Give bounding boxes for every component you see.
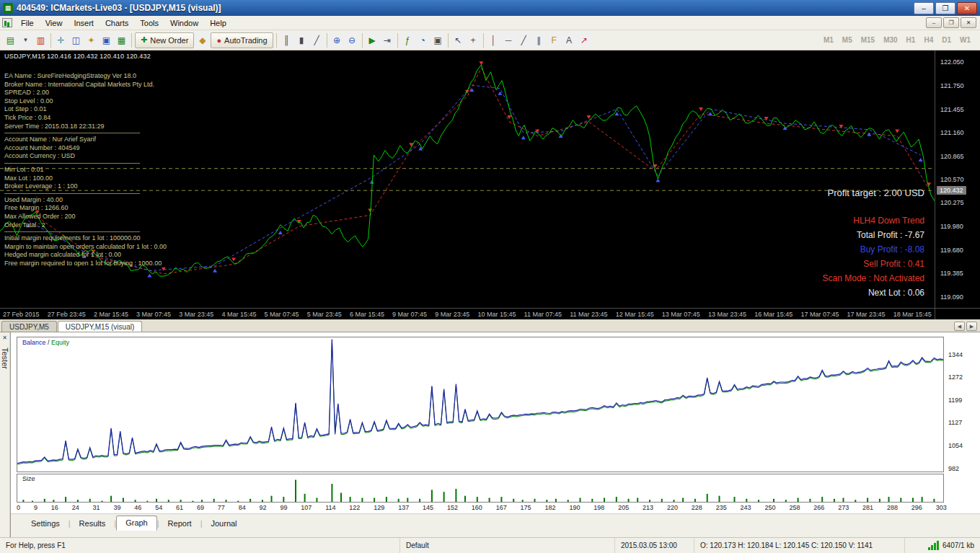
- chart-bars-button[interactable]: ║: [279, 32, 294, 48]
- tab-scroll-left-button[interactable]: ◀: [954, 322, 965, 331]
- profiles-button[interactable]: ▥: [33, 32, 48, 48]
- timeframe-h4-button[interactable]: H4: [920, 34, 937, 46]
- menu-help[interactable]: Help: [204, 17, 232, 29]
- timeframe-w1-button[interactable]: W1: [956, 34, 974, 46]
- crosshair-button[interactable]: +: [466, 32, 481, 48]
- balance-equity-graph[interactable]: Balance / Equity: [17, 337, 944, 472]
- chart-line-button[interactable]: ╱: [309, 32, 325, 48]
- tester-x-tick: 235: [716, 504, 727, 511]
- autotrading-button[interactable]: ● AutoTrading: [211, 32, 273, 48]
- legend-balance: Balance: [22, 339, 46, 346]
- periods-button[interactable]: ◔: [415, 32, 431, 48]
- price-chart[interactable]: USDJPY,M15 120.416 120.432 120.410 120.4…: [0, 50, 935, 308]
- scale-corner: [935, 308, 980, 319]
- strategy-tester-button[interactable]: ▦: [114, 32, 129, 48]
- menu-view[interactable]: View: [40, 17, 69, 29]
- chart-system-icon[interactable]: [2, 18, 12, 27]
- time-tick-label: 13 Mar 23:45: [708, 311, 746, 318]
- channel-button[interactable]: ∥: [531, 32, 547, 48]
- chart-tab-usdjpy-m15-visual-[interactable]: USDJPY,M15 (visual): [58, 321, 142, 332]
- templates-button[interactable]: ▣: [431, 32, 446, 48]
- tester-x-tick: 145: [423, 504, 433, 511]
- navigator-button[interactable]: ✦: [84, 32, 99, 48]
- menu-insert[interactable]: Insert: [68, 17, 100, 29]
- time-axis[interactable]: 27 Feb 201527 Feb 23:452 Mar 15:453 Mar …: [0, 308, 935, 319]
- menu-charts[interactable]: Charts: [100, 17, 134, 29]
- data-window-button[interactable]: ◫: [69, 32, 84, 48]
- tester-x-tick: 107: [301, 504, 312, 511]
- trendline-button[interactable]: ╱: [516, 32, 531, 48]
- time-tick-label: 6 Mar 15:45: [350, 311, 384, 318]
- current-price-tag: 120.432: [937, 186, 966, 195]
- text-tool-button[interactable]: A: [562, 32, 577, 48]
- toolbar-separator: [276, 33, 277, 48]
- tester-x-tick: 273: [838, 504, 849, 511]
- minimize-button[interactable]: –: [914, 2, 934, 14]
- menu-file[interactable]: File: [15, 17, 40, 29]
- price-tick-label: 121.455: [940, 106, 964, 113]
- arrows-tool-button[interactable]: ↗: [577, 32, 592, 48]
- tester-x-tick: 0: [17, 504, 20, 511]
- price-tick-label: 119.980: [940, 223, 963, 230]
- new-order-button[interactable]: ✚ New Order: [135, 32, 194, 48]
- tester-x-tick: 160: [472, 504, 482, 511]
- mt4-window: ▦ 404549: ICMarkets-Live03 - [USDJPY,M15…: [0, 0, 980, 553]
- cursor-button[interactable]: ↖: [451, 32, 466, 48]
- price-scale[interactable]: 122.050121.750121.455121.160120.865120.5…: [935, 50, 980, 308]
- timeframe-m15-button[interactable]: M15: [857, 34, 878, 46]
- tester-graph-page: Balance / Equity 13441272119911271054982…: [10, 332, 980, 537]
- balance-y-tick: 1199: [948, 397, 962, 404]
- fibonacci-button[interactable]: F: [547, 32, 562, 48]
- tab-scroll-right-button[interactable]: ▶: [966, 322, 977, 331]
- horizontal-line-button[interactable]: ─: [501, 32, 516, 48]
- menu-window[interactable]: Window: [164, 17, 204, 29]
- tester-side-strip: ✕ Tester: [0, 332, 10, 537]
- timeframe-m5-button[interactable]: M5: [839, 34, 856, 46]
- balance-chart-canvas: [17, 337, 943, 472]
- vertical-line-button[interactable]: │: [486, 32, 501, 48]
- autotrading-label: AutoTrading: [224, 36, 268, 45]
- auto-scroll-button[interactable]: ▶: [365, 32, 380, 48]
- tester-tab-report[interactable]: Report: [159, 517, 200, 531]
- chart-tab-usdjpy-m5[interactable]: USDJPY,M5: [1, 321, 57, 332]
- timeframe-m30-button[interactable]: M30: [880, 34, 901, 46]
- time-tick-label: 17 Mar 23:45: [847, 311, 886, 318]
- market-watch-button[interactable]: ✛: [53, 32, 69, 48]
- tester-x-tick: 258: [789, 504, 800, 511]
- size-y-axis: [944, 474, 977, 503]
- indicators-button[interactable]: ƒ: [400, 32, 415, 48]
- new-order-label: New Order: [150, 36, 188, 45]
- child-close-button[interactable]: ✕: [961, 17, 976, 28]
- zoom-out-button[interactable]: ⊖: [345, 32, 360, 48]
- lot-size-graph[interactable]: Size: [17, 474, 944, 503]
- new-chart-button[interactable]: ▤: [3, 32, 18, 48]
- maximize-button[interactable]: ❐: [935, 2, 955, 14]
- price-tick-label: 120.570: [940, 176, 964, 183]
- tester-tab-settings[interactable]: Settings: [22, 517, 69, 531]
- chart-candles-button[interactable]: ▮: [294, 32, 309, 48]
- timeframe-h1-button[interactable]: H1: [903, 34, 919, 46]
- child-minimize-button[interactable]: –: [926, 17, 942, 28]
- tester-x-tick: 9: [34, 504, 37, 511]
- tester-x-tick: 61: [176, 504, 183, 511]
- timeframe-m1-button[interactable]: M1: [820, 34, 837, 46]
- metaeditor-button[interactable]: ◆: [195, 32, 210, 48]
- tester-tab-results[interactable]: Results: [71, 517, 115, 531]
- tester-tab-journal[interactable]: Journal: [202, 517, 245, 531]
- close-button[interactable]: ✕: [957, 2, 977, 14]
- terminal-button[interactable]: ▣: [99, 32, 114, 48]
- menu-tools[interactable]: Tools: [134, 17, 164, 29]
- tester-close-icon[interactable]: ✕: [2, 335, 7, 342]
- zoom-in-button[interactable]: ⊕: [330, 32, 345, 48]
- chart-shift-button[interactable]: ⇥: [380, 32, 395, 48]
- tester-x-tick: 198: [593, 504, 604, 511]
- tester-x-tick: 46: [134, 504, 141, 511]
- toolbar-separator: [327, 33, 327, 48]
- statusbar-profile[interactable]: Default: [400, 538, 615, 553]
- autotrading-icon: ●: [216, 36, 221, 45]
- chart-list-dropdown[interactable]: ▼: [18, 32, 33, 48]
- timeframe-d1-button[interactable]: D1: [938, 34, 955, 46]
- tester-tab-graph[interactable]: Graph: [116, 516, 157, 531]
- balance-y-tick: 1272: [948, 373, 963, 381]
- child-restore-button[interactable]: ❐: [943, 17, 959, 28]
